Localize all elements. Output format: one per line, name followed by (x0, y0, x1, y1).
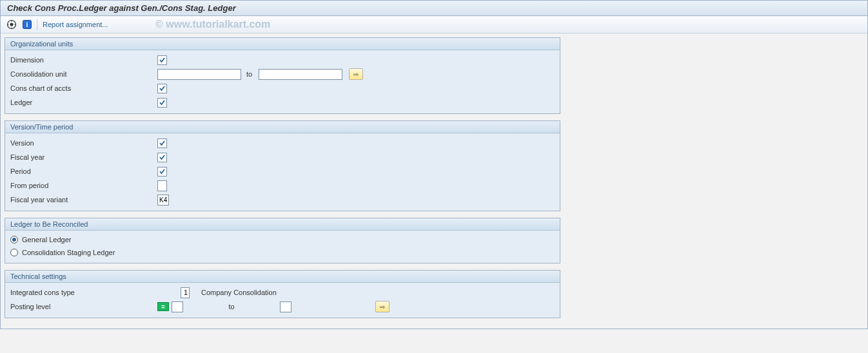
svg-point-1 (10, 23, 14, 26)
group-header: Organizational units (5, 38, 560, 50)
cons-unit-multiselect-button[interactable]: ⇨ (349, 68, 363, 80)
fy-variant-input[interactable] (157, 195, 169, 205)
svg-text:i: i (26, 21, 28, 28)
cons-unit-from-input[interactable] (157, 69, 241, 80)
posting-level-from-input[interactable] (172, 301, 183, 312)
execute-icon[interactable] (6, 19, 17, 30)
group-header: Ledger to Be Reconciled (5, 218, 560, 231)
version-label: Version (10, 139, 157, 147)
body-area: Organizational units Dimension Consolida… (1, 33, 867, 329)
fiscal-year-label: Fiscal year (10, 153, 157, 161)
toolbar: i Report assignment... © www.tutorialkar… (1, 16, 867, 33)
radio-label: General Ledger (22, 236, 71, 243)
ledger-label: Ledger (10, 99, 157, 106)
radio-icon (10, 249, 18, 256)
group-version-time: Version/Time period Version Fiscal year … (5, 120, 560, 211)
radio-label: Consolidation Staging Ledger (22, 249, 115, 256)
cons-unit-to-input[interactable] (259, 69, 342, 80)
version-required-icon (157, 138, 167, 148)
group-header: Version/Time period (5, 121, 560, 133)
cons-unit-label: Consolidation unit (10, 70, 157, 78)
fiscal-year-required-icon (157, 153, 167, 162)
group-header: Technical settings (5, 271, 560, 283)
posting-level-to-label: to (183, 303, 280, 310)
posting-level-multiselect-button[interactable]: ⇨ (375, 301, 390, 312)
posting-level-label: Posting level (10, 303, 157, 310)
report-assignment-link[interactable]: Report assignment... (43, 21, 108, 28)
dimension-label: Dimension (10, 56, 157, 64)
watermark-text: © www.tutorialkart.com (155, 19, 270, 30)
int-cons-type-label: Integrated cons type (10, 289, 181, 296)
group-organizational-units: Organizational units Dimension Consolida… (5, 37, 560, 114)
group-ledger-reconcile: Ledger to Be Reconciled General Ledger C… (5, 218, 560, 263)
posting-level-to-input[interactable] (280, 301, 291, 312)
cons-unit-to-label: to (246, 70, 252, 78)
dimension-required-icon (157, 55, 167, 65)
title-bar: Check Cons Proc.Ledger against Gen./Cons… (1, 1, 867, 16)
toolbar-separator (37, 19, 37, 30)
fy-variant-label: Fiscal year variant (10, 196, 157, 204)
cons-chart-required-icon (157, 84, 167, 93)
radio-general-ledger[interactable]: General Ledger (10, 233, 555, 246)
radio-icon (10, 236, 18, 243)
app-window: Check Cons Proc.Ledger against Gen./Cons… (0, 0, 868, 329)
page-title: Check Cons Proc.Ledger against Gen./Cons… (7, 3, 236, 13)
arrow-right-icon: ⇨ (380, 303, 385, 310)
group-technical-settings: Technical settings Integrated cons type … (5, 270, 560, 318)
period-required-icon (157, 167, 167, 176)
int-cons-type-input[interactable] (181, 287, 190, 298)
radio-staging-ledger[interactable]: Consolidation Staging Ledger (10, 246, 555, 259)
arrow-right-icon: ⇨ (353, 71, 359, 78)
ledger-required-icon (157, 98, 167, 108)
cons-chart-label: Cons chart of accts (10, 84, 157, 92)
select-option-icon[interactable]: = (157, 302, 169, 311)
int-cons-type-desc: Company Consolidation (201, 289, 277, 296)
info-icon[interactable]: i (21, 19, 33, 30)
from-period-label: From period (10, 182, 157, 189)
period-label: Period (10, 167, 157, 175)
from-period-input[interactable] (157, 180, 167, 191)
